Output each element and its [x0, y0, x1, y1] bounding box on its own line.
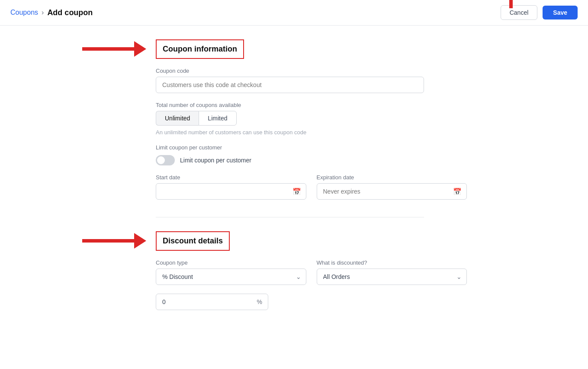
coupon-information-section: Coupon information Coupon code Total num… [156, 39, 467, 200]
discount-value-wrapper: % [156, 294, 268, 310]
save-button[interactable]: Save [543, 6, 578, 19]
discount-type-row: Coupon type % Discount $ Discount Free S… [156, 259, 467, 285]
expiration-date-label: Expiration date [317, 174, 467, 181]
coupon-limit-toggle-group: Unlimited Limited [156, 111, 467, 126]
start-date-wrapper: 📅 [156, 183, 306, 200]
breadcrumb-separator: › [42, 9, 44, 16]
total-coupons-field: Total number of coupons available Unlimi… [156, 102, 467, 136]
discount-value-field: % [156, 294, 467, 310]
what-discounted-select-wrapper: All Orders Specific Products Specific Ca… [317, 269, 467, 285]
section-divider [156, 217, 424, 217]
main-content: Coupon information Coupon code Total num… [0, 26, 588, 341]
coupon-code-field: Coupon code [156, 68, 467, 93]
toggle-slider [156, 155, 175, 165]
coupons-link[interactable]: Coupons [10, 9, 38, 16]
limit-toggle-text: Limit coupon per customer [180, 157, 251, 164]
limit-per-customer-field: Limit coupon per customer Limit coupon p… [156, 144, 467, 165]
limit-per-customer-label: Limit coupon per customer [156, 144, 467, 151]
limit-toggle-row: Limit coupon per customer [156, 155, 467, 165]
start-date-input[interactable] [156, 183, 306, 200]
arrow-discount-left [82, 233, 146, 249]
start-date-field: Start date 📅 [156, 174, 306, 200]
expiration-date-input[interactable] [317, 183, 467, 200]
coupon-code-input[interactable] [156, 77, 424, 93]
unlimited-button[interactable]: Unlimited [156, 111, 199, 126]
coupon-type-field: Coupon type % Discount $ Discount Free S… [156, 259, 306, 285]
date-row: Start date 📅 Expiration date 📅 [156, 174, 467, 200]
discount-details-section: Discount details Coupon type % Discount … [156, 231, 467, 310]
total-coupons-label: Total number of coupons available [156, 102, 467, 108]
limit-toggle-switch[interactable] [156, 155, 175, 165]
header: Coupons › Add coupon Cancel Save [0, 0, 588, 26]
what-discounted-field: What is discounted? All Orders Specific … [317, 259, 467, 285]
coupon-information-title: Coupon information [156, 39, 244, 59]
coupon-type-label: Coupon type [156, 259, 306, 266]
coupon-code-label: Coupon code [156, 68, 467, 74]
expiration-date-field: Expiration date 📅 [317, 174, 467, 200]
coupon-type-select-wrapper: % Discount $ Discount Free Shipping ⌄ [156, 269, 306, 285]
page-title: Add coupon [47, 8, 93, 17]
discount-details-title: Discount details [156, 231, 230, 251]
breadcrumb: Coupons › Add coupon [10, 8, 93, 17]
arrow-save-up [503, 0, 519, 8]
what-discounted-label: What is discounted? [317, 259, 467, 266]
coupon-type-select[interactable]: % Discount $ Discount Free Shipping [156, 269, 306, 285]
expiration-date-wrapper: 📅 [317, 183, 467, 200]
what-discounted-select[interactable]: All Orders Specific Products Specific Ca… [317, 269, 467, 285]
discount-value-input[interactable] [156, 294, 268, 310]
arrow-coupon-left [82, 41, 146, 57]
start-date-label: Start date [156, 174, 306, 181]
unlimited-hint: An unlimited number of customers can use… [156, 129, 467, 136]
limited-button[interactable]: Limited [199, 111, 236, 126]
